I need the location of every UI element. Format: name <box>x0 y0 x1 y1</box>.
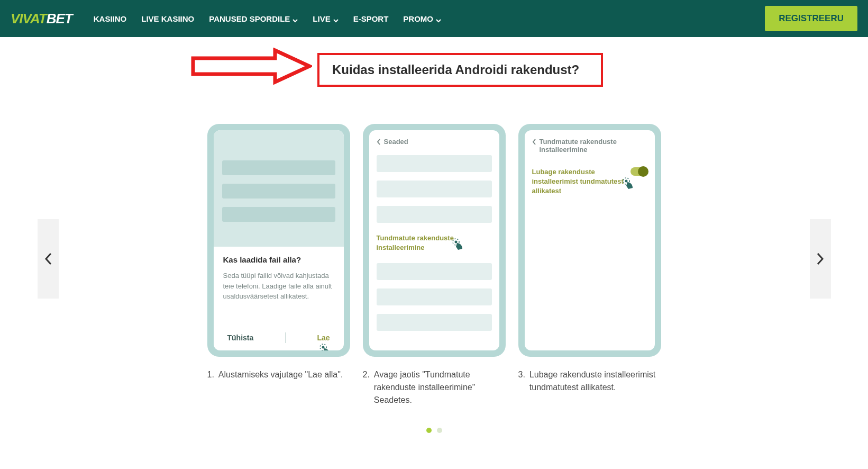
skeleton-line <box>377 288 492 305</box>
nav-label: E-SPORT <box>353 14 389 23</box>
caption-text: Alustamiseks vajutage "Lae alla". <box>218 368 343 381</box>
carousel-dot-2[interactable] <box>437 428 442 433</box>
carousel-dot-1[interactable] <box>426 428 432 433</box>
settings-header-label: Seaded <box>384 138 408 146</box>
caption-text: Avage jaotis "Tundmatute rakenduste inst… <box>374 368 506 407</box>
skeleton-line <box>377 155 492 172</box>
main-content: Kuidas installeerida Androidi rakendust? <box>0 37 868 433</box>
allow-install-label: Lubage rakenduste installeerimist tundma… <box>532 168 624 195</box>
skeleton-line <box>377 263 492 280</box>
dialog-load-label: Lae <box>317 333 330 342</box>
install-header[interactable]: Tundmatute rakenduste installeerimine <box>532 138 647 154</box>
step-card-3: Tundmatute rakenduste installeerimine Lu… <box>518 124 661 407</box>
caption-text: Lubage rakenduste installeerimist tundma… <box>529 368 661 394</box>
chevron-down-icon <box>333 16 339 21</box>
phone-screen: Kas laadida fail alla? Seda tüüpi failid… <box>214 130 344 350</box>
allow-install-row: Lubage rakenduste installeerimist tundma… <box>532 167 647 196</box>
chevron-left-icon <box>44 252 52 265</box>
nav-panused-spordile[interactable]: PANUSED SPORDILE <box>209 14 298 23</box>
chevron-left-icon <box>377 139 381 145</box>
phone-mock-3: Tundmatute rakenduste installeerimine Lu… <box>518 124 661 357</box>
title-highlight-box: Kuidas installeerida Androidi rakendust? <box>317 53 603 87</box>
chevron-right-icon <box>817 252 824 265</box>
nav-kasiino[interactable]: KASIINO <box>94 14 127 23</box>
carousel: Kas laadida fail alla? Seda tüüpi failid… <box>38 124 831 433</box>
svg-point-1 <box>322 346 325 349</box>
caption-number: 1. <box>207 368 214 381</box>
chevron-down-icon <box>436 16 441 21</box>
nav-label: PROMO <box>403 14 433 23</box>
nav-label: PANUSED SPORDILE <box>209 14 290 23</box>
phone-mock-1: Kas laadida fail alla? Seda tüüpi failid… <box>207 124 350 357</box>
page-title: Kuidas installeerida Androidi rakendust? <box>332 62 588 77</box>
phone-mock-2: Seaded Tundmatute rakenduste installeeri… <box>363 124 506 357</box>
allow-install-toggle[interactable] <box>631 167 647 176</box>
svg-point-5 <box>625 180 627 183</box>
logo-part1: VIVAT <box>11 11 47 26</box>
annotation-arrow-icon <box>190 48 312 85</box>
phone-screen: Tundmatute rakenduste installeerimine Lu… <box>525 130 655 350</box>
settings-list: Tundmatute rakenduste installeerimine <box>377 155 492 331</box>
chevron-down-icon <box>293 16 298 21</box>
skeleton-line <box>377 206 492 223</box>
carousel-next-button[interactable] <box>810 219 831 299</box>
skeleton-line <box>377 314 492 331</box>
caption-number: 2. <box>363 368 370 407</box>
dialog-title: Kas laadida fail alla? <box>223 255 334 264</box>
skeleton-line <box>222 160 335 175</box>
chevron-left-icon <box>532 139 536 145</box>
nav-esport[interactable]: E-SPORT <box>353 14 389 23</box>
svg-point-3 <box>454 241 457 243</box>
skeleton-line <box>377 181 492 197</box>
nav-live-kasiino[interactable]: LIVE KASIINO <box>141 14 194 23</box>
settings-header[interactable]: Seaded <box>377 138 492 146</box>
nav-label: LIVE <box>313 14 330 23</box>
phone1-background <box>214 130 344 247</box>
tap-hand-icon <box>621 177 636 192</box>
nav-label: KASIINO <box>94 14 127 23</box>
option-label: Tundmatute rakenduste installeerimine <box>377 234 454 251</box>
step-card-1: Kas laadida fail alla? Seda tüüpi failid… <box>207 124 350 407</box>
step-caption-3: 3. Lubage rakenduste installeerimist tun… <box>518 368 661 394</box>
dialog-cancel-button[interactable]: Tühista <box>227 333 254 342</box>
skeleton-line <box>222 184 335 199</box>
step-caption-2: 2. Avage jaotis "Tundmatute rakenduste i… <box>363 368 506 407</box>
tap-hand-icon <box>451 238 465 252</box>
nav-promo[interactable]: PROMO <box>403 14 441 23</box>
install-header-label: Tundmatute rakenduste installeerimine <box>540 138 647 154</box>
nav-label: LIVE KASIINO <box>141 14 194 23</box>
nav-live[interactable]: LIVE <box>313 14 338 23</box>
header-bar: VIVATBET KASIINO LIVE KASIINO PANUSED SP… <box>0 0 868 37</box>
cards-row: Kas laadida fail alla? Seda tüüpi failid… <box>69 124 799 407</box>
skeleton-line <box>222 207 335 222</box>
download-dialog: Kas laadida fail alla? Seda tüüpi failid… <box>221 247 336 302</box>
caption-number: 3. <box>518 368 525 394</box>
step-card-2: Seaded Tundmatute rakenduste installeeri… <box>363 124 506 407</box>
dialog-actions: Tühista Lae <box>221 328 336 343</box>
dialog-body: Seda tüüpi failid võivad kahjustada teie… <box>223 270 334 302</box>
register-button[interactable]: REGISTREERU <box>765 6 857 31</box>
step-caption-1: 1. Alustamiseks vajutage "Lae alla". <box>207 368 350 381</box>
dialog-separator <box>285 332 286 343</box>
logo[interactable]: VIVATBET <box>11 11 72 27</box>
allow-install-text: Lubage rakenduste installeerimist tundma… <box>532 167 625 196</box>
main-nav: KASIINO LIVE KASIINO PANUSED SPORDILE LI… <box>94 14 441 23</box>
carousel-dots <box>69 428 799 433</box>
dialog-load-button[interactable]: Lae <box>317 333 330 342</box>
header-left: VIVATBET KASIINO LIVE KASIINO PANUSED SP… <box>11 11 441 27</box>
logo-part2: BET <box>47 11 72 26</box>
unknown-sources-option[interactable]: Tundmatute rakenduste installeerimine <box>377 231 492 255</box>
carousel-prev-button[interactable] <box>38 219 59 299</box>
phone-screen: Seaded Tundmatute rakenduste installeeri… <box>369 130 499 350</box>
tap-hand-icon <box>318 343 333 350</box>
